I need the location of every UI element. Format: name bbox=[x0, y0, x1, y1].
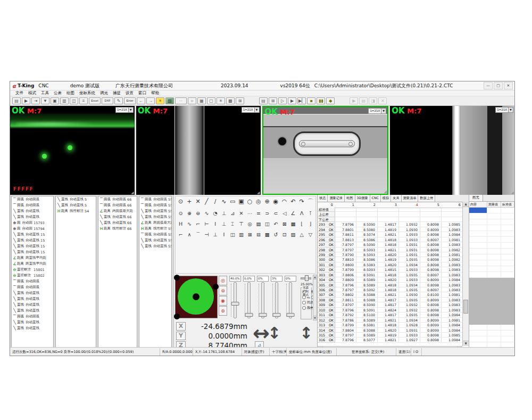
pause-button[interactable]: ▮▮ bbox=[317, 97, 325, 104]
results-tab-8[interactable]: 数据上传 bbox=[418, 195, 435, 202]
tool-icon[interactable]: ◁ bbox=[280, 210, 288, 217]
tool-icon[interactable]: I bbox=[211, 220, 219, 228]
measure-item[interactable]: ╲直线自动直线55 bbox=[139, 214, 171, 220]
ring-light-preview[interactable] bbox=[175, 276, 218, 318]
results-tab-0[interactable]: 状态 bbox=[318, 195, 328, 202]
tool-icon[interactable]: ⌋ bbox=[306, 220, 314, 228]
tool-icon[interactable]: Λ bbox=[298, 210, 306, 217]
tool-icon[interactable]: ▨ bbox=[289, 231, 297, 238]
radio-color-mode[interactable] bbox=[302, 306, 306, 310]
zoom-selector[interactable]: 1=21X▼ bbox=[115, 107, 134, 113]
tool-icon[interactable]: ⋯ bbox=[246, 210, 254, 217]
element-row[interactable] bbox=[469, 272, 514, 278]
tool-icon[interactable]: ◫ bbox=[263, 220, 271, 228]
open-run-button[interactable]: ▶ bbox=[22, 97, 30, 104]
tab-elements[interactable]: 图元 bbox=[469, 195, 483, 201]
ring-segment-button-1[interactable]: ⊚ bbox=[219, 286, 227, 295]
tool-icon[interactable]: ⊤ bbox=[237, 220, 245, 228]
result-row[interactable]: 293OK7.87968.50901.48171.09320.80981.098… bbox=[318, 222, 462, 227]
tool-icon[interactable]: ∧ bbox=[185, 231, 193, 238]
tool-icon[interactable]: ∿ bbox=[203, 210, 211, 217]
element-row[interactable] bbox=[469, 225, 514, 231]
ring-segment-button-0[interactable]: ◎ bbox=[219, 276, 227, 285]
result-row[interactable]: 305OK7.87968.50891.48181.09340.80981.098… bbox=[318, 283, 462, 287]
scrollbar-thumb[interactable] bbox=[463, 300, 468, 314]
run-button[interactable]: ◆ bbox=[326, 97, 335, 104]
radio-standard[interactable] bbox=[302, 290, 306, 294]
camera-view-3-selected[interactable]: OK M:7 1=21X▼ ◢ bbox=[262, 106, 389, 195]
radio-coarse[interactable] bbox=[302, 295, 306, 299]
image-button[interactable]: ▨ bbox=[165, 97, 174, 104]
result-row[interactable]: 294OK7.88018.50801.48191.09300.80991.098… bbox=[318, 227, 462, 232]
zoom-selector[interactable]: 1=21X▼ bbox=[495, 107, 513, 113]
element-row[interactable] bbox=[469, 213, 514, 219]
menu-item-3[interactable]: 公差 bbox=[54, 90, 62, 96]
slider-thumb[interactable] bbox=[245, 313, 253, 317]
measure-item[interactable]: ⌒圆弧自动圆弧 bbox=[12, 314, 53, 319]
tool-icon[interactable]: ▽ bbox=[306, 231, 314, 238]
measure-item[interactable]: ⌒圆弧自动圆弧 bbox=[12, 284, 53, 290]
result-row[interactable]: 315OK7.87978.50891.48191.09330.80981.098… bbox=[318, 333, 462, 337]
scroll-up-icon[interactable]: ▲ bbox=[313, 275, 317, 279]
menu-item-0[interactable]: 文件 bbox=[15, 90, 23, 96]
tool-icon[interactable]: I bbox=[220, 231, 228, 238]
arrow-left-button[interactable]: ← bbox=[137, 97, 145, 104]
measure-item[interactable]: ╲直线自动直线5 bbox=[56, 196, 96, 202]
play-to-end-button[interactable]: ▶▏ bbox=[297, 97, 306, 104]
tool-icon[interactable]: ⊢ bbox=[203, 220, 211, 228]
measure-item[interactable]: ╲直线自动直线 bbox=[12, 308, 53, 314]
result-row[interactable]: 307OK7.88028.50881.48211.09300.81001.098… bbox=[318, 292, 462, 297]
panel-button[interactable]: ▣ bbox=[51, 97, 59, 104]
measure-item[interactable]: ╲直线自动直线 bbox=[12, 296, 53, 302]
grid-result-button[interactable]: ⊞ bbox=[269, 97, 277, 104]
scroll-up-icon[interactable]: ▲ bbox=[463, 202, 469, 207]
result-row[interactable]: 304OK7.88098.50891.48201.09330.80991.098… bbox=[318, 277, 462, 282]
tool-icon[interactable]: ⊕ bbox=[185, 210, 193, 217]
element-row[interactable] bbox=[469, 231, 514, 237]
tool-icon[interactable]: ⊙ bbox=[177, 210, 185, 217]
result-row[interactable]: 311OK7.87928.51001.48171.09350.80981.098… bbox=[318, 312, 462, 317]
measure-item[interactable]: ╲直线自动直线 bbox=[12, 319, 53, 325]
delete-disabled-button[interactable]: ✕ bbox=[378, 97, 387, 104]
measure-item[interactable]: ╲直线自动直线 bbox=[12, 290, 53, 296]
measure-item[interactable]: ╲直线自动直线55 bbox=[139, 243, 171, 249]
measure-item[interactable]: ╲直线自动直线 bbox=[12, 325, 53, 331]
menu-item-7[interactable]: 捕捉 bbox=[113, 90, 121, 96]
camera-view-2[interactable]: OK M:7 1=21X▼ ◢ bbox=[136, 106, 261, 195]
results-tab-1[interactable]: 测量记录 bbox=[328, 195, 345, 202]
tool-icon[interactable]: ⊡ bbox=[280, 231, 288, 238]
tool-icon[interactable]: + bbox=[185, 198, 193, 207]
ring-segment-button-3[interactable]: ⊛ bbox=[219, 306, 227, 316]
jog-vertical-icon[interactable]: ↕ bbox=[268, 324, 281, 342]
save-disabled-button[interactable]: ▤ bbox=[359, 97, 368, 104]
zoom-selector[interactable]: 1=21X▼ bbox=[368, 108, 386, 114]
measure-item[interactable]: ⌒圆弧自动圆弧55 bbox=[139, 202, 171, 208]
tool-icon[interactable]: ⊥ bbox=[211, 231, 219, 238]
tool-icon[interactable]: ○ bbox=[246, 198, 254, 207]
save-result-button[interactable]: ▤ bbox=[259, 97, 268, 104]
hatch-button[interactable]: ▩ bbox=[226, 97, 235, 104]
measure-item[interactable]: ⌒圆弧自动圆弧66 bbox=[98, 202, 137, 208]
scroll-down-icon[interactable]: ▼ bbox=[313, 316, 317, 320]
element-row[interactable] bbox=[469, 331, 514, 336]
measure-item[interactable]: ╲直线自动直线66 bbox=[98, 214, 137, 220]
tool-icon[interactable]: ⊿ bbox=[229, 210, 237, 217]
tolerance-row[interactable]: 下公差 bbox=[318, 217, 462, 222]
measure-item[interactable]: ⌒圆弧自动圆弧55 bbox=[139, 196, 171, 202]
tool-icon[interactable]: ⊖ bbox=[194, 210, 202, 217]
tool-icon[interactable]: ⊥ bbox=[220, 220, 228, 228]
measure-item[interactable]: ╲直线自动直线 bbox=[12, 208, 53, 214]
result-row[interactable]: 308OK7.88118.50881.48171.09350.80991.098… bbox=[318, 298, 462, 302]
enter-button[interactable]: Enter bbox=[124, 97, 136, 104]
add-grid-button[interactable]: ⊞ bbox=[236, 97, 244, 104]
element-row[interactable] bbox=[469, 208, 514, 213]
crosshair-button[interactable]: ✳ bbox=[217, 97, 225, 104]
tool-icon[interactable]: ▦ bbox=[289, 220, 297, 228]
tool-icon[interactable]: ⊣ bbox=[203, 231, 211, 238]
export-dxf-button[interactable]: DXF bbox=[102, 97, 113, 104]
menu-item-1[interactable]: 模式 bbox=[28, 90, 36, 96]
camera-view-4[interactable]: OK M:7 1=21X▼ ◢ bbox=[390, 106, 514, 195]
tool-icon[interactable]: ∿ bbox=[185, 220, 193, 228]
element-row[interactable] bbox=[469, 325, 514, 331]
tool-icon[interactable]: ▣ bbox=[237, 198, 245, 207]
